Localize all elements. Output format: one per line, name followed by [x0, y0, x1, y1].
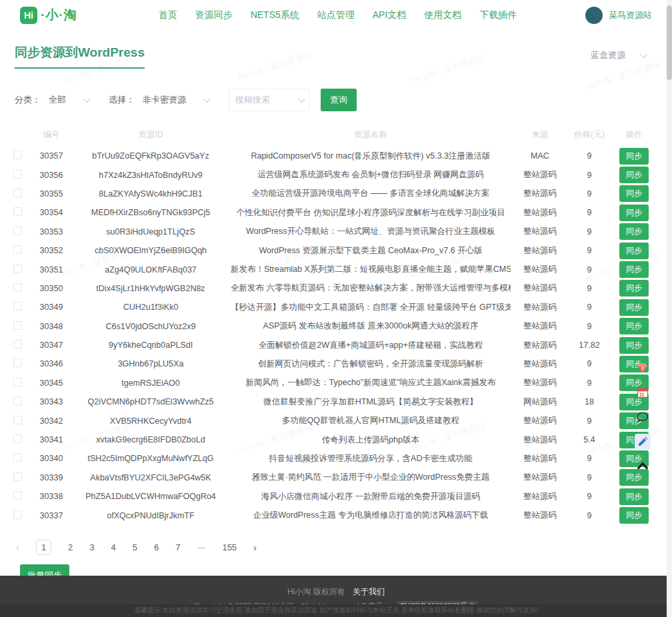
- row-checkbox[interactable]: [13, 416, 22, 424]
- sync-button[interactable]: 同步: [619, 261, 649, 278]
- page-number-5[interactable]: 5: [133, 542, 137, 552]
- row-checkbox[interactable]: [13, 227, 22, 235]
- resource-name: 创新网页访问模式：广告解锁密码，全开源流量变现源码解析: [231, 358, 511, 370]
- nav-item-2[interactable]: 资源同步: [195, 9, 233, 21]
- user-name: 菜鸟资源站: [609, 9, 652, 21]
- query-button[interactable]: 查询: [321, 89, 357, 111]
- row-checkbox-cell: [13, 378, 32, 388]
- sync-button[interactable]: 同步: [619, 205, 649, 221]
- type-select[interactable]: 非卡密资源: [143, 94, 209, 106]
- row-checkbox[interactable]: [13, 472, 22, 481]
- calendar-icon[interactable]: [635, 384, 651, 400]
- row-number: 30349: [32, 303, 71, 312]
- sync-button[interactable]: 同步: [619, 167, 649, 183]
- column-header: 编号: [32, 129, 71, 141]
- site-logo[interactable]: Hi ·小·淘: [20, 7, 77, 24]
- row-action-cell: 同步: [609, 432, 659, 448]
- sync-button[interactable]: 同步: [619, 223, 649, 240]
- sync-button[interactable]: 同步: [619, 299, 649, 316]
- page-number-7[interactable]: 7: [175, 542, 180, 552]
- resource-price: 17.82: [569, 340, 609, 350]
- nav-item-4[interactable]: 站点管理: [317, 9, 355, 21]
- sync-button[interactable]: 同步: [619, 488, 649, 505]
- row-checkbox[interactable]: [13, 245, 22, 254]
- sync-button[interactable]: 同步: [619, 507, 649, 524]
- sync-button[interactable]: 同步: [619, 337, 649, 354]
- nav-item-5[interactable]: API文档: [373, 9, 407, 21]
- category-select[interactable]: 全部: [49, 94, 89, 106]
- next-page-button[interactable]: ›: [253, 542, 257, 553]
- row-checkbox[interactable]: [13, 491, 22, 500]
- page-number-155[interactable]: 155: [222, 542, 237, 552]
- edit-icon[interactable]: [635, 434, 651, 450]
- nav-menu: 首页资源同步NETS5系统站点管理API文档使用文档下载插件: [159, 9, 517, 21]
- library-select[interactable]: 蓝盒资源: [591, 49, 645, 61]
- nav-item-7[interactable]: 下载插件: [479, 9, 517, 21]
- scrollbar-thumb[interactable]: [667, 5, 672, 80]
- resource-source: 整站源码: [511, 415, 569, 426]
- row-checkbox[interactable]: [13, 302, 22, 310]
- logo-text: ·小·淘: [41, 7, 77, 24]
- sync-button[interactable]: 同步: [619, 280, 649, 297]
- footer: Hi小淘 版权所有 关于我们 Copyright © 2023-2024 Hi小…: [0, 576, 672, 617]
- row-checkbox[interactable]: [13, 453, 22, 462]
- row-number: 30350: [32, 284, 71, 293]
- row-checkbox-cell: [13, 265, 32, 275]
- row-checkbox[interactable]: [13, 189, 22, 197]
- nav-item-1[interactable]: 首页: [159, 9, 177, 21]
- resource-name: WordPress开心导航站：一站式网址、资源与资讯聚合行业主题模板: [231, 226, 511, 237]
- page-number-4[interactable]: 4: [111, 542, 115, 552]
- resource-table: 编号资源ID资源名称来源价格(元)操作 30357bTrUu9ZoEQFkRp3…: [0, 123, 672, 525]
- row-checkbox[interactable]: [13, 265, 22, 273]
- nav-item-3[interactable]: NETS5系统: [251, 9, 299, 21]
- column-header: 资源ID: [71, 129, 231, 141]
- row-action-cell: 同步: [609, 280, 659, 297]
- row-action-cell: 同步: [609, 394, 659, 410]
- search-placeholder: 模糊搜索: [235, 94, 270, 106]
- row-checkbox[interactable]: [13, 434, 22, 443]
- resource-price: 9: [569, 359, 609, 368]
- sync-button[interactable]: 同步: [619, 318, 649, 334]
- chat-icon[interactable]: [635, 409, 651, 425]
- row-checkbox-cell: [13, 472, 32, 483]
- nav-item-6[interactable]: 使用文档: [424, 9, 461, 21]
- row-checkbox-cell: [13, 453, 32, 464]
- resource-price: 9: [569, 265, 609, 275]
- row-checkbox[interactable]: [13, 207, 22, 216]
- sync-button[interactable]: 同步: [619, 148, 649, 165]
- sync-button[interactable]: 同步: [619, 243, 649, 259]
- page-number-2[interactable]: 2: [68, 542, 73, 552]
- back-to-top-icon[interactable]: [635, 458, 651, 474]
- page-number-1[interactable]: 1: [36, 540, 51, 555]
- row-checkbox[interactable]: [13, 170, 22, 179]
- scrollbar[interactable]: [667, 0, 672, 617]
- row-action-cell: 同步: [609, 337, 659, 354]
- row-checkbox[interactable]: [13, 396, 22, 405]
- user-menu[interactable]: 菜鸟资源站: [585, 7, 652, 24]
- row-checkbox[interactable]: [13, 321, 22, 330]
- about-link[interactable]: 关于我们: [353, 587, 385, 596]
- row-checkbox[interactable]: [13, 378, 22, 386]
- table-row: 30357bTrUu9ZoEQFkRp3OAGV5aYzRapidCompose…: [0, 147, 672, 165]
- gem-icon[interactable]: [635, 360, 651, 376]
- page-number-6[interactable]: 6: [154, 542, 159, 552]
- resource-source: 整站源码: [511, 169, 569, 181]
- sync-button[interactable]: 同步: [619, 185, 649, 202]
- row-checkbox[interactable]: [13, 358, 22, 367]
- resource-source: 整站源码: [511, 340, 569, 351]
- avatar[interactable]: [585, 7, 603, 24]
- resource-id: 8LaZKYAfySWc4khH9CJB1: [71, 189, 231, 199]
- page-number-3[interactable]: 3: [89, 542, 94, 552]
- search-input[interactable]: 模糊搜索: [229, 89, 310, 111]
- resource-price: 9: [569, 378, 609, 388]
- row-checkbox[interactable]: [13, 510, 22, 519]
- row-number: 30338: [32, 492, 71, 501]
- row-number: 30357: [32, 151, 71, 161]
- row-checkbox-cell: [13, 434, 32, 445]
- row-number: 30345: [32, 378, 71, 388]
- resource-source: 整站源码: [511, 358, 569, 370]
- row-checkbox[interactable]: [13, 151, 22, 159]
- row-checkbox[interactable]: [13, 283, 22, 292]
- prev-page-button[interactable]: ‹: [16, 542, 19, 553]
- row-checkbox[interactable]: [13, 340, 22, 348]
